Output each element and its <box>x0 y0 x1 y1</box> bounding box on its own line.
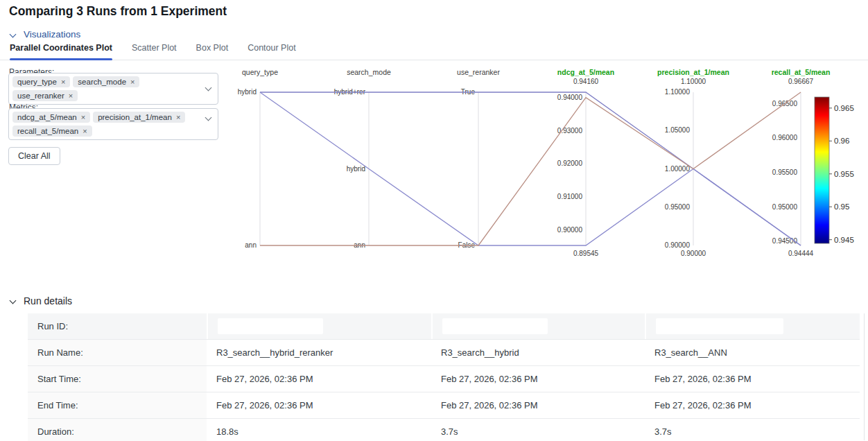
chevron-down-icon <box>205 85 212 92</box>
colorbar: 0.9650.960.9550.950.945 <box>815 97 854 244</box>
page-title: Comparing 3 Runs from 1 Experiment <box>9 4 227 19</box>
visualizations-label: Visualizations <box>24 29 80 40</box>
axis-tick-label: 0.90000 <box>665 241 691 249</box>
redacted-run-id <box>218 318 323 334</box>
axis-tick-label: 0.92000 <box>557 159 583 167</box>
axis-max-label: 0.94160 <box>573 78 599 85</box>
run-value-cell: Feb 27, 2026, 02:36 PM <box>207 366 431 392</box>
visualizations-section-header[interactable]: Visualizations <box>10 29 80 40</box>
parameter-tag-pill[interactable]: query_type× <box>12 76 70 87</box>
run-value-cell: R3_search__ANN <box>645 340 860 365</box>
tag-label: query_type <box>17 78 57 86</box>
remove-tag-icon[interactable]: × <box>61 78 65 86</box>
axis-tick-label: 0.95500 <box>772 168 798 176</box>
run-value-cell: 3.7s <box>431 419 645 441</box>
run-value-cell <box>431 313 645 339</box>
colorbar-tick-label: 0.955 <box>834 170 854 178</box>
axis-category-label: ann <box>245 241 257 249</box>
table-row: Run Name:R3_search__hybrid_rerankerR3_se… <box>28 340 860 366</box>
row-label: Run Name: <box>28 340 207 365</box>
table-right-border <box>864 313 865 440</box>
table-row: End Time:Feb 27, 2026, 02:36 PMFeb 27, 2… <box>28 392 860 419</box>
run-line <box>260 92 801 245</box>
metrics-select[interactable]: ndcg_at_5/mean×precision_at_1/mean×recal… <box>8 108 218 140</box>
redacted-run-id <box>442 318 548 334</box>
axis-max-label: 1.10000 <box>681 78 706 85</box>
tag-label: use_reranker <box>17 92 64 100</box>
remove-tag-icon[interactable]: × <box>83 128 87 135</box>
axis-tick-label: 0.94500 <box>772 237 798 245</box>
clear-all-button[interactable]: Clear All <box>8 147 60 165</box>
run-value-cell: Feb 27, 2026, 02:36 PM <box>645 392 860 418</box>
row-label: End Time: <box>28 392 207 418</box>
axis-tick-label: 1.10000 <box>665 88 691 96</box>
run-details-table: Run ID:Run Name:R3_search__hybrid_rerank… <box>28 313 860 441</box>
plot-axis-ndcg-at-5-mean[interactable]: ndcg_at_5/mean0.941600.895450.940000.930… <box>557 68 614 257</box>
parameter-tag-pill[interactable]: search_mode× <box>73 76 139 87</box>
tag-label: precision_at_1/mean <box>98 113 172 121</box>
tab-contour-plot[interactable]: Contour Plot <box>248 43 295 60</box>
run-value-cell: R3_search__hybrid <box>431 340 645 365</box>
axis-min-label: 0.90000 <box>681 250 706 257</box>
run-value-cell: Feb 27, 2026, 02:36 PM <box>645 366 860 392</box>
run-value-cell: R3_search__hybrid_reranker <box>207 340 431 365</box>
tag-label: recall_at_5/mean <box>17 127 78 135</box>
chevron-down-icon <box>205 114 212 121</box>
table-row: Run ID: <box>28 313 860 340</box>
run-details-label: Run details <box>24 295 72 306</box>
axis-category-label: hybrid <box>347 165 365 173</box>
run-details-section-header[interactable]: Run details <box>10 295 72 306</box>
plot-axis-search-mode[interactable]: search_modehybrid+rerhybridann <box>334 68 391 249</box>
colorbar-tick-label: 0.95 <box>834 202 849 211</box>
row-label: Run ID: <box>28 313 207 339</box>
run-value-cell: Feb 27, 2026, 02:36 PM <box>207 392 431 418</box>
axis-tick-label: 1.05000 <box>665 126 691 134</box>
axis-category-label: hybrid <box>238 88 257 96</box>
axis-title: use_reranker <box>457 68 500 76</box>
axis-tick-label: 0.96000 <box>772 134 798 141</box>
plot-axis-use-reranker[interactable]: use_rerankerTrueFalse <box>457 68 500 249</box>
metric-tag-pill[interactable]: precision_at_1/mean× <box>93 112 185 123</box>
parallel-coordinates-plot[interactable]: query_typehybridannsearch_modehybrid+rer… <box>229 64 868 272</box>
axis-tick-label: 0.95000 <box>665 203 691 211</box>
chevron-down-icon <box>10 31 17 38</box>
run-value-cell: Feb 27, 2026, 02:36 PM <box>431 366 645 392</box>
row-label: Start Time: <box>28 366 207 392</box>
run-value-cell: Feb 27, 2026, 02:36 PM <box>431 392 645 418</box>
colorbar-tick-label: 0.945 <box>834 236 854 244</box>
axis-title: ndcg_at_5/mean <box>557 68 614 76</box>
plot-axis-query-type[interactable]: query_typehybridann <box>238 68 278 249</box>
table-row: Start Time:Feb 27, 2026, 02:36 PMFeb 27,… <box>28 366 860 392</box>
parameters-select[interactable]: query_type×search_mode×use_reranker× <box>8 73 218 105</box>
axis-title: search_mode <box>347 68 391 76</box>
plot-axis-precision-at-1-mean[interactable]: precision_at_1/mean1.100000.900001.10000… <box>657 68 729 257</box>
remove-tag-icon[interactable]: × <box>130 78 134 86</box>
row-label: Duration: <box>28 419 207 441</box>
axis-min-label: 0.94444 <box>788 250 814 257</box>
axis-title: precision_at_1/mean <box>657 68 729 76</box>
chevron-down-icon <box>10 297 17 304</box>
axis-max-label: 0.96667 <box>788 78 814 85</box>
axis-tick-label: 0.90000 <box>557 226 583 234</box>
metric-tag-pill[interactable]: ndcg_at_5/mean× <box>12 112 90 123</box>
parameter-tag-pill[interactable]: use_reranker× <box>12 90 78 101</box>
axis-tick-label: 0.91000 <box>557 193 583 200</box>
table-row: Duration:18.8s3.7s3.7s <box>28 419 860 441</box>
run-value-cell: 3.7s <box>645 419 860 441</box>
run-value-cell: 18.8s <box>207 419 431 441</box>
remove-tag-icon[interactable]: × <box>69 92 73 100</box>
axis-min-label: 0.89545 <box>573 250 599 257</box>
run-value-cell <box>207 313 431 339</box>
run-line <box>260 92 801 245</box>
run-line <box>260 92 801 245</box>
tab-box-plot[interactable]: Box Plot <box>196 43 229 60</box>
remove-tag-icon[interactable]: × <box>81 114 85 121</box>
tab-parallel-coordinates-plot[interactable]: Parallel Coordinates Plot <box>10 43 112 60</box>
colorbar-tick-label: 0.965 <box>834 104 854 112</box>
tab-scatter-plot[interactable]: Scatter Plot <box>132 43 177 60</box>
axis-tick-label: 0.95000 <box>772 203 798 211</box>
colorbar-tick-label: 0.96 <box>834 137 849 145</box>
remove-tag-icon[interactable]: × <box>176 114 180 121</box>
axis-title: recall_at_5/mean <box>772 68 831 76</box>
metric-tag-pill[interactable]: recall_at_5/mean× <box>12 126 92 137</box>
